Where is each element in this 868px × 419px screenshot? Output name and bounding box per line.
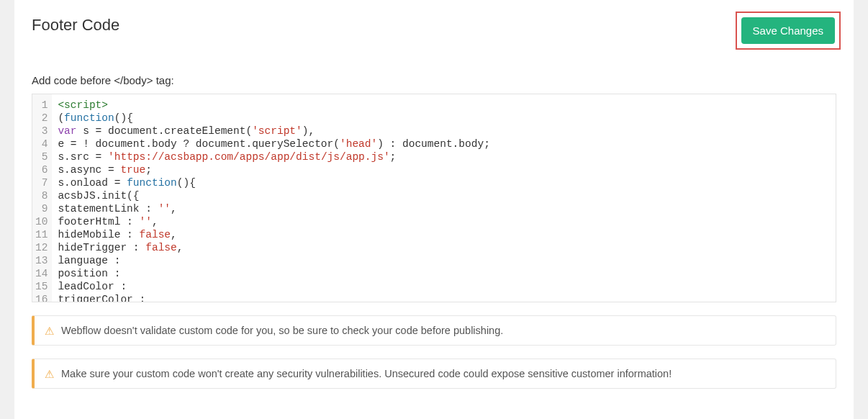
line-number: 14 xyxy=(35,267,48,280)
code-line[interactable]: s.src = 'https://acsbapp.com/apps/app/di… xyxy=(58,150,489,163)
field-label: Add code before </body> tag: xyxy=(32,74,836,86)
alert-text: Make sure your custom code won't create … xyxy=(61,368,672,379)
line-number: 16 xyxy=(35,293,48,302)
code-line[interactable]: position : xyxy=(58,267,489,280)
code-line[interactable]: acsbJS.init({ xyxy=(58,189,489,202)
code-line[interactable]: s.onload = function(){ xyxy=(58,176,489,189)
code-line[interactable]: <script> xyxy=(58,99,489,112)
line-number: 5 xyxy=(35,150,48,163)
section-header: Footer Code Save Changes xyxy=(32,16,836,50)
alert-text: Webflow doesn't validate custom code for… xyxy=(61,325,503,336)
code-line[interactable]: footerHtml : '', xyxy=(58,215,489,228)
code-line[interactable]: (function(){ xyxy=(58,112,489,125)
line-number: 6 xyxy=(35,163,48,176)
code-line[interactable]: s.async = true; xyxy=(58,163,489,176)
line-number: 3 xyxy=(35,125,48,138)
code-line[interactable]: hideMobile : false, xyxy=(58,228,489,241)
line-number: 9 xyxy=(35,202,48,215)
line-number: 1 xyxy=(35,99,48,112)
line-number: 2 xyxy=(35,112,48,125)
code-line[interactable]: e = ! document.body ? document.querySele… xyxy=(58,138,489,150)
line-number: 13 xyxy=(35,254,48,267)
warning-icon: ⚠ xyxy=(45,369,54,379)
code-lines[interactable]: <script>(function(){var s = document.cre… xyxy=(52,94,495,302)
footer-code-editor[interactable]: 12345678910111213141516 <script>(functio… xyxy=(32,94,836,302)
line-number: 7 xyxy=(35,176,48,189)
line-number: 10 xyxy=(35,215,48,228)
save-changes-button[interactable]: Save Changes xyxy=(741,17,835,44)
line-number: 8 xyxy=(35,189,48,202)
section-title: Footer Code xyxy=(32,16,119,35)
warning-icon: ⚠ xyxy=(45,325,54,336)
code-line[interactable]: statementLink : '', xyxy=(58,202,489,215)
warning-alert: ⚠Make sure your custom code won't create… xyxy=(32,359,836,389)
code-line[interactable]: language : xyxy=(58,254,489,267)
code-line[interactable]: triggerColor : xyxy=(58,293,489,302)
code-line[interactable]: var s = document.createElement('script')… xyxy=(58,125,489,138)
save-highlight-box: Save Changes xyxy=(736,12,841,50)
code-gutter: 12345678910111213141516 xyxy=(32,94,52,302)
warning-alert: ⚠Webflow doesn't validate custom code fo… xyxy=(32,315,836,346)
line-number: 15 xyxy=(35,280,48,293)
line-number: 12 xyxy=(35,241,48,254)
footer-code-section: Footer Code Save Changes Add code before… xyxy=(14,0,854,419)
code-line[interactable]: leadColor : xyxy=(58,280,489,293)
line-number: 11 xyxy=(35,228,48,241)
code-line[interactable]: hideTrigger : false, xyxy=(58,241,489,254)
line-number: 4 xyxy=(35,138,48,150)
